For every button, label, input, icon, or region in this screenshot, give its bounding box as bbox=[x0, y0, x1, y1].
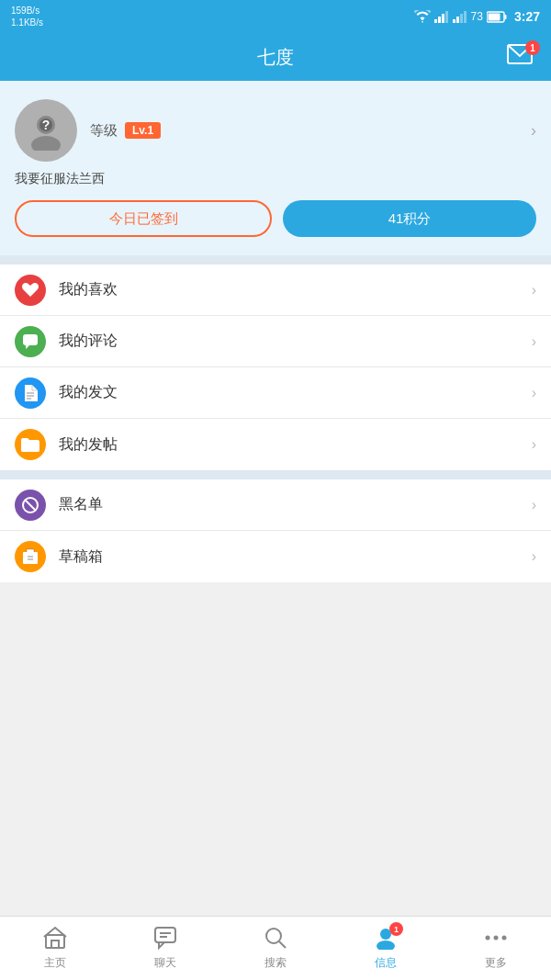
home-icon-wrap bbox=[43, 926, 67, 952]
nav-info[interactable]: 1 信息 bbox=[331, 917, 441, 980]
bottom-nav: 主页 聊天 搜索 1 信息 bbox=[0, 916, 551, 980]
svg-rect-10 bbox=[488, 13, 500, 20]
draft-icon bbox=[22, 548, 39, 565]
comments-chevron-icon: › bbox=[532, 333, 536, 350]
drafts-label: 草稿箱 bbox=[59, 547, 532, 567]
nav-search-label: 搜索 bbox=[264, 955, 287, 971]
chat-icon bbox=[153, 926, 177, 950]
nav-search[interactable]: 搜索 bbox=[220, 917, 331, 980]
menu-item-posts[interactable]: 我的发文 › bbox=[0, 367, 551, 419]
svg-point-38 bbox=[502, 936, 507, 941]
svg-rect-2 bbox=[442, 14, 444, 23]
profile-actions: 今日已签到 41积分 bbox=[15, 200, 536, 237]
points-button[interactable]: 41积分 bbox=[283, 200, 536, 237]
menu-item-comments[interactable]: 我的评论 › bbox=[0, 316, 551, 367]
blacklist-chevron-icon: › bbox=[532, 497, 536, 513]
more-icon-wrap bbox=[484, 926, 508, 952]
nav-chat[interactable]: 聊天 bbox=[110, 917, 220, 980]
nav-more-label: 更多 bbox=[485, 955, 507, 971]
svg-rect-9 bbox=[504, 15, 506, 19]
mail-badge: 1 bbox=[525, 40, 540, 55]
svg-rect-27 bbox=[51, 941, 59, 948]
svg-rect-6 bbox=[460, 14, 463, 23]
search-icon-wrap bbox=[264, 926, 287, 952]
empty-space bbox=[0, 582, 551, 656]
nav-info-label: 信息 bbox=[375, 955, 397, 971]
svg-rect-5 bbox=[456, 17, 459, 23]
menu-item-likes[interactable]: 我的喜欢 › bbox=[0, 265, 551, 316]
avatar-icon: ? bbox=[26, 110, 66, 151]
signal2-icon bbox=[453, 10, 467, 23]
svg-rect-4 bbox=[453, 19, 455, 23]
network-speed: 159B/s 1.1KB/s bbox=[11, 5, 43, 28]
folder-icon bbox=[21, 437, 39, 452]
signal1-icon bbox=[434, 10, 449, 23]
likes-icon-circle bbox=[15, 275, 46, 306]
status-bar: 159B/s 1.1KB/s 73 3:27 bbox=[0, 0, 551, 33]
app-title: 七度 bbox=[257, 45, 294, 70]
menu-item-blacklist[interactable]: 黑名单 › bbox=[0, 479, 551, 531]
nav-chat-label: 聊天 bbox=[154, 955, 176, 971]
svg-rect-3 bbox=[445, 11, 448, 23]
more-icon bbox=[484, 926, 508, 950]
info-badge: 1 bbox=[389, 922, 403, 936]
svg-text:?: ? bbox=[42, 118, 51, 132]
svg-point-32 bbox=[266, 929, 281, 943]
comments-icon-circle bbox=[15, 326, 46, 357]
status-icons: 73 3:27 bbox=[414, 9, 540, 24]
home-icon bbox=[43, 926, 67, 950]
svg-rect-28 bbox=[155, 928, 175, 942]
threads-icon-circle bbox=[15, 429, 46, 460]
svg-line-33 bbox=[279, 941, 286, 948]
svg-point-37 bbox=[494, 936, 499, 941]
battery-icon bbox=[487, 11, 507, 23]
menu-group-2: 黑名单 › 草稿箱 › bbox=[0, 479, 551, 582]
nav-home[interactable]: 主页 bbox=[0, 917, 110, 980]
person-icon-wrap: 1 bbox=[374, 926, 398, 952]
profile-chevron-icon[interactable]: › bbox=[531, 121, 536, 141]
menu-item-drafts[interactable]: 草稿箱 › bbox=[0, 531, 551, 582]
nav-home-label: 主页 bbox=[44, 955, 66, 971]
content-area: ? 等级 Lv.1 › 我要征服法兰西 今日已签到 41积分 bbox=[0, 81, 551, 980]
chat-icon-wrap bbox=[153, 926, 177, 952]
posts-chevron-icon: › bbox=[532, 385, 536, 401]
svg-point-36 bbox=[486, 936, 490, 941]
mail-button[interactable]: 1 bbox=[507, 44, 536, 70]
menu-item-threads[interactable]: 我的发帖 › bbox=[0, 419, 551, 470]
document-icon bbox=[23, 385, 38, 401]
svg-rect-0 bbox=[434, 19, 437, 23]
level-label: 等级 bbox=[90, 122, 118, 140]
checkin-button[interactable]: 今日已签到 bbox=[15, 200, 272, 237]
avatar[interactable]: ? bbox=[15, 99, 77, 162]
likes-label: 我的喜欢 bbox=[59, 280, 532, 299]
svg-point-35 bbox=[377, 941, 395, 950]
likes-chevron-icon: › bbox=[532, 282, 536, 299]
comments-label: 我的评论 bbox=[59, 332, 532, 351]
search-icon bbox=[264, 926, 287, 950]
drafts-icon-circle bbox=[15, 541, 46, 572]
svg-rect-7 bbox=[464, 11, 467, 23]
svg-rect-1 bbox=[438, 17, 441, 23]
blacklist-label: 黑名单 bbox=[59, 495, 532, 514]
section-divider-2 bbox=[0, 470, 551, 479]
svg-line-22 bbox=[25, 500, 36, 511]
posts-icon-circle bbox=[15, 377, 46, 409]
svg-point-13 bbox=[31, 136, 61, 151]
drafts-chevron-icon: › bbox=[532, 548, 536, 565]
clock: 3:27 bbox=[514, 9, 540, 24]
bio-text: 我要征服法兰西 bbox=[15, 171, 536, 187]
profile-section: ? 等级 Lv.1 › 我要征服法兰西 今日已签到 41积分 bbox=[0, 81, 551, 255]
svg-rect-16 bbox=[23, 334, 38, 345]
nav-more[interactable]: 更多 bbox=[441, 917, 551, 980]
svg-marker-31 bbox=[159, 942, 164, 948]
comment-icon bbox=[22, 333, 39, 350]
block-icon bbox=[22, 497, 39, 513]
threads-label: 我的发帖 bbox=[59, 435, 532, 455]
section-divider-1 bbox=[0, 255, 551, 265]
svg-rect-23 bbox=[23, 552, 38, 564]
wifi-icon bbox=[414, 10, 431, 23]
app-header: 七度 1 bbox=[0, 33, 551, 81]
level-badge: Lv.1 bbox=[125, 122, 161, 139]
posts-label: 我的发文 bbox=[59, 383, 532, 402]
profile-info: 等级 Lv.1 bbox=[90, 122, 161, 140]
